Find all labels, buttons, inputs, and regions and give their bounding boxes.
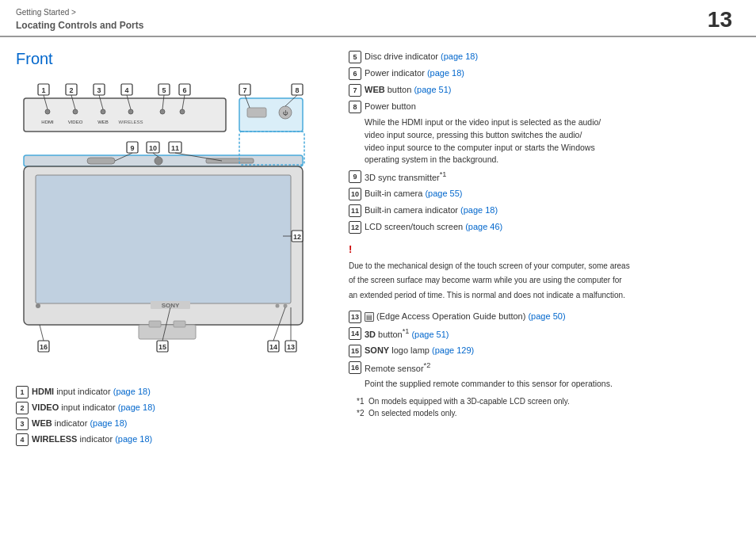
item-subtext-16: Point the supplied remote commander to t… [365, 378, 740, 391]
svg-text:12: 12 [293, 233, 301, 241]
footnote-1: *1 On models equipped with a 3D-capable … [357, 395, 740, 407]
item-subtext-8: While the HDMI input or the video input … [365, 116, 740, 166]
item-text-14: 3D button*1 (page 51) [365, 326, 449, 341]
footnotes: *1 On models equipped with a 3D-capable … [349, 395, 740, 419]
svg-text:7: 7 [242, 86, 246, 94]
right-list-item-6: 6 Power indicator (page 18) [349, 67, 740, 80]
item-num-5: 5 [349, 51, 361, 63]
item-num-15: 15 [349, 345, 361, 357]
svg-line-36 [182, 95, 185, 109]
svg-point-10 [180, 109, 185, 114]
item-num-2: 2 [16, 402, 29, 414]
item-link-3[interactable]: (page 18) [90, 418, 127, 428]
svg-text:14: 14 [269, 343, 277, 351]
svg-rect-39 [24, 155, 303, 166]
item-num-1: 1 [16, 386, 29, 399]
item-num-11: 11 [349, 204, 361, 217]
svg-text:6: 6 [182, 86, 186, 94]
svg-line-31 [44, 95, 48, 109]
right-list-item-15: 15 SONY logo lamp (page 129) [349, 344, 740, 357]
svg-line-50 [153, 153, 158, 157]
svg-rect-64 [174, 321, 185, 327]
item-link-10[interactable]: (page 55) [425, 189, 462, 198]
svg-line-33 [99, 95, 103, 109]
item-num-4: 4 [16, 433, 29, 446]
svg-line-73 [273, 307, 285, 341]
item-text-1: HDMI input indicator (page 18) [32, 385, 151, 399]
item-num-9: 9 [349, 170, 361, 183]
svg-rect-63 [149, 321, 161, 327]
svg-line-34 [127, 95, 131, 109]
breadcrumb-main: Locating Controls and Ports [16, 18, 143, 32]
item-link-12[interactable]: (page 46) [465, 222, 502, 231]
svg-point-13 [279, 106, 292, 119]
svg-rect-29 [292, 84, 303, 95]
right-list-item-7: 7 WEB button (page 51) [349, 83, 740, 97]
svg-rect-71 [268, 341, 279, 352]
right-list-item-5: 5 Disc drive indicator (page 18) [349, 50, 740, 63]
svg-text:11: 11 [171, 144, 179, 152]
item-link-5[interactable]: (page 18) [441, 51, 478, 61]
list-item-1: 1 HDMI input indicator (page 18) [16, 385, 333, 399]
svg-rect-43 [127, 142, 138, 153]
svg-point-1 [45, 109, 50, 114]
svg-text:1: 1 [41, 86, 45, 94]
item-text-3: WEB indicator (page 18) [32, 417, 127, 430]
svg-rect-59 [292, 231, 303, 242]
diagram-container: HDMI VIDEO WEB WIRELESS [16, 76, 325, 377]
bottom-desc-list: 1 HDMI input indicator (page 18) 2 VIDEO… [16, 385, 333, 446]
item-link-6[interactable]: (page 18) [427, 68, 464, 78]
svg-rect-54 [151, 301, 190, 309]
right-list-item-13: 13 ▤ (Edge Access Operation Guide button… [349, 310, 740, 323]
svg-rect-27 [239, 84, 250, 95]
page-header: Getting Started > Locating Controls and … [0, 0, 756, 37]
svg-line-32 [71, 95, 75, 109]
svg-rect-74 [285, 341, 296, 352]
svg-line-37 [245, 95, 250, 108]
item-text-7: WEB button (page 51) [365, 83, 451, 97]
item-num-12: 12 [349, 221, 361, 234]
svg-rect-77 [239, 132, 304, 165]
svg-rect-68 [157, 341, 168, 352]
svg-line-38 [285, 95, 297, 106]
svg-line-70 [162, 307, 170, 341]
svg-text:⏻: ⏻ [283, 110, 288, 116]
page-wrapper: Getting Started > Locating Controls and … [0, 0, 756, 532]
right-list-item-12: 12 LCD screen/touch screen (page 46) [349, 220, 740, 234]
item-link-14[interactable]: (page 51) [411, 330, 449, 339]
item-link-2[interactable]: (page 18) [118, 402, 155, 412]
svg-rect-21 [121, 84, 132, 95]
svg-rect-19 [94, 84, 105, 95]
svg-rect-17 [66, 84, 77, 95]
breadcrumb: Getting Started > Locating Controls and … [16, 6, 143, 32]
svg-rect-0 [24, 98, 226, 132]
svg-rect-23 [158, 84, 170, 95]
page-number: 13 [708, 7, 740, 32]
svg-line-51 [175, 153, 222, 161]
left-panel: Front HDMI VIDEO WEB [0, 37, 341, 532]
svg-text:4: 4 [124, 86, 128, 94]
svg-rect-47 [169, 142, 181, 153]
svg-rect-62 [139, 325, 196, 339]
svg-rect-40 [87, 158, 115, 164]
svg-point-56 [276, 304, 280, 308]
svg-text:8: 8 [295, 86, 299, 94]
section-title: Front [16, 50, 333, 68]
svg-text:15: 15 [158, 343, 166, 351]
item-link-15[interactable]: (page 129) [432, 345, 474, 355]
svg-point-3 [73, 109, 78, 114]
item-num-10: 10 [349, 188, 361, 200]
svg-rect-25 [179, 84, 190, 95]
svg-text:VIDEO: VIDEO [68, 120, 83, 124]
item-link-7[interactable]: (page 51) [414, 85, 451, 94]
item-text-8: Power button [365, 100, 416, 113]
item-link-1[interactable]: (page 18) [113, 387, 151, 396]
svg-rect-11 [239, 98, 303, 132]
item-link-13[interactable]: (page 50) [528, 311, 565, 321]
list-item-3: 3 WEB indicator (page 18) [16, 417, 333, 430]
item-link-4[interactable]: (page 18) [115, 434, 152, 444]
right-list-item-16: 16 Remote sensor*2 [349, 360, 740, 375]
right-list-item-8: 8 Power button [349, 100, 740, 113]
right-panel: 5 Disc drive indicator (page 18) 6 Power… [341, 37, 756, 532]
item-link-11[interactable]: (page 18) [460, 205, 498, 215]
